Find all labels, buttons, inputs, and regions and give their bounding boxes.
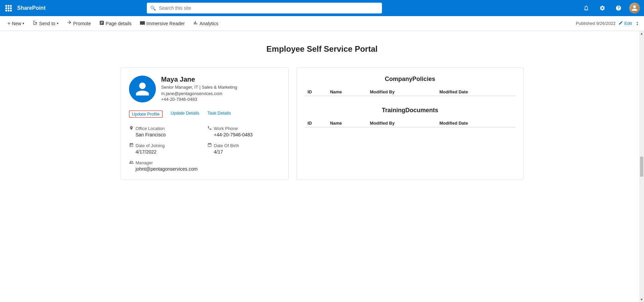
plus-icon: + xyxy=(7,20,10,27)
promote-icon xyxy=(67,20,72,27)
nav-actions xyxy=(581,3,640,13)
work-phone-value: +44-20-7946-0483 xyxy=(207,132,280,137)
help-icon[interactable] xyxy=(613,3,624,13)
page-details-icon xyxy=(99,20,104,27)
analytics-icon xyxy=(193,20,198,27)
employee-details-grid: Office Location San Francisco Work Phone… xyxy=(129,126,280,172)
employee-info: Maya Jane Senior Manager, IT | Sales & M… xyxy=(161,76,280,102)
date-of-birth-item: Date Of Birth 4/17 xyxy=(207,143,280,155)
employee-phone: +44-20-7946-0483 xyxy=(161,97,280,102)
date-of-joining-value: 4/17/2022 xyxy=(129,149,202,155)
collapse-button[interactable] xyxy=(635,21,640,26)
calendar-icon xyxy=(129,143,134,148)
waffle-menu[interactable] xyxy=(4,4,13,13)
page-toolbar: + New ▾ Send to ▾ Promote Page details I… xyxy=(0,16,644,31)
immersive-reader-icon xyxy=(140,20,145,27)
manager-label: Manager xyxy=(129,160,280,166)
training-documents-title: TrainingDocuments xyxy=(305,107,515,114)
content-row: Maya Jane Senior Manager, IT | Sales & M… xyxy=(121,67,524,180)
training-documents-table: ID Name Modified By Modified Date xyxy=(305,119,515,127)
col-name-2: Name xyxy=(327,119,367,127)
page-title: Employee Self Service Portal xyxy=(20,44,624,54)
col-id-2: ID xyxy=(305,119,328,127)
col-modified-date-1: Modified Date xyxy=(437,88,515,96)
work-phone-item: Work Phone +44-20-7946-0483 xyxy=(207,126,280,137)
phone-icon xyxy=(207,126,212,131)
scrollbar-thumb[interactable] xyxy=(640,157,643,177)
task-details-link[interactable]: Task Details xyxy=(207,111,231,118)
employee-name: Maya Jane xyxy=(161,76,280,83)
action-links: Update Profile Update Details Task Detai… xyxy=(129,109,280,118)
col-name-1: Name xyxy=(327,88,367,96)
analytics-button[interactable]: Analytics xyxy=(189,19,222,28)
employee-avatar xyxy=(129,76,156,102)
birthday-icon xyxy=(207,143,212,148)
location-icon xyxy=(129,126,134,131)
new-button[interactable]: + New ▾ xyxy=(4,19,28,28)
office-location-item: Office Location San Francisco xyxy=(129,126,202,137)
col-modified-date-2: Modified Date xyxy=(437,119,515,127)
page-details-button[interactable]: Page details xyxy=(96,19,135,28)
published-status: Published 9/26/2022 xyxy=(576,21,616,26)
company-policies-table: ID Name Modified By Modified Date xyxy=(305,88,515,96)
date-of-birth-label: Date Of Birth xyxy=(207,143,280,148)
work-phone-label: Work Phone xyxy=(207,126,280,131)
immersive-reader-button[interactable]: Immersive Reader xyxy=(136,19,188,28)
manager-item: Manager johnt@pentagonservices.com xyxy=(129,160,280,172)
search-input[interactable] xyxy=(147,3,382,13)
employee-email: m.jane@pentagonservices.com xyxy=(161,91,280,96)
date-of-joining-item: Date of Joining 4/17/2022 xyxy=(129,143,202,155)
top-navigation: SharePoint 🔍 xyxy=(0,0,644,16)
scrollbar: ▲ ▼ xyxy=(639,31,644,302)
document-card: CompanyPolicies ID Name Modified By Modi… xyxy=(297,67,524,180)
avatar-image xyxy=(629,3,640,13)
edit-icon xyxy=(618,20,623,26)
edit-button[interactable]: Edit xyxy=(618,20,632,26)
promote-button[interactable]: Promote xyxy=(63,19,94,28)
col-modified-by-1: Modified By xyxy=(367,88,437,96)
user-avatar[interactable] xyxy=(629,3,640,13)
office-location-value: San Francisco xyxy=(129,132,202,137)
new-chevron-icon: ▾ xyxy=(23,21,24,25)
col-modified-by-2: Modified By xyxy=(367,119,437,127)
search-icon: 🔍 xyxy=(150,5,156,11)
employee-card: Maya Jane Senior Manager, IT | Sales & M… xyxy=(121,67,289,180)
scroll-up-arrow[interactable]: ▲ xyxy=(640,32,643,35)
send-icon xyxy=(32,20,38,27)
update-profile-link[interactable]: Update Profile xyxy=(129,111,163,118)
col-id-1: ID xyxy=(305,88,328,96)
scroll-down-arrow[interactable]: ▼ xyxy=(640,298,643,301)
employee-header: Maya Jane Senior Manager, IT | Sales & M… xyxy=(129,76,280,102)
training-documents-section: TrainingDocuments ID Name Modified By Mo… xyxy=(305,107,515,127)
main-content: Employee Self Service Portal Maya Jane S… xyxy=(0,31,644,302)
update-details-link[interactable]: Update Details xyxy=(171,111,199,118)
search-container: 🔍 xyxy=(147,3,382,13)
toolbar-right: Published 9/26/2022 Edit xyxy=(576,20,640,26)
date-of-birth-value: 4/17 xyxy=(207,149,280,155)
office-location-label: Office Location xyxy=(129,126,202,131)
send-to-button[interactable]: Send to ▾ xyxy=(29,19,61,28)
sendto-chevron-icon: ▾ xyxy=(57,21,58,25)
employee-title: Senior Manager, IT | Sales & Marketing xyxy=(161,85,280,90)
settings-icon[interactable] xyxy=(597,3,608,13)
notifications-icon[interactable] xyxy=(581,3,592,13)
company-policies-title: CompanyPolicies xyxy=(305,76,515,83)
company-policies-section: CompanyPolicies ID Name Modified By Modi… xyxy=(305,76,515,96)
manager-value: johnt@pentagonservices.com xyxy=(129,166,280,172)
app-name: SharePoint xyxy=(17,5,45,11)
manager-icon xyxy=(129,160,134,166)
date-of-joining-label: Date of Joining xyxy=(129,143,202,148)
